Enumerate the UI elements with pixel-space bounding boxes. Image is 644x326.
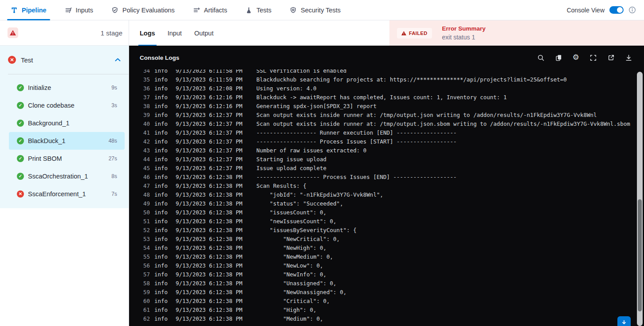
- log-line-number: 46: [142, 174, 150, 180]
- log-level: info: [154, 280, 171, 287]
- log-timestamp: 9/13/2023 6:12:16 PM: [176, 94, 252, 101]
- log-timestamp: 9/13/2023 6:12:37 PM: [176, 120, 252, 127]
- log-level: info: [154, 209, 171, 216]
- scrollbar-track[interactable]: [637, 72, 643, 326]
- tab-tests[interactable]: Tests: [245, 0, 271, 20]
- log-line: 50 info 9/13/2023 6:12:38 PM "issuesCoun…: [129, 208, 644, 217]
- log-timestamp: 9/13/2023 6:11:59 PM: [176, 76, 252, 83]
- tab-artifacts[interactable]: Artifacts: [193, 0, 227, 20]
- inputs-icon: [65, 7, 72, 14]
- log-line-number: 60: [142, 298, 150, 304]
- log-timestamp: 9/13/2023 6:12:37 PM: [176, 165, 252, 171]
- error-summary-panel: FAILED Error Summary exit status 1: [389, 20, 644, 46]
- step-name: Print SBOM: [28, 155, 105, 162]
- stage-header-test[interactable]: Test: [0, 46, 129, 74]
- copy-icon[interactable]: [555, 54, 562, 62]
- chevron-up-icon[interactable]: [115, 58, 121, 62]
- step-status-icon: [17, 120, 24, 127]
- console-view-toggle[interactable]: [609, 6, 624, 14]
- log-timestamp: 9/13/2023 6:12:38 PM: [176, 262, 252, 269]
- tab-inputs[interactable]: Inputs: [65, 0, 94, 20]
- topbar-right: Console View: [567, 6, 644, 14]
- log-timestamp: 9/13/2023 6:12:38 PM: [176, 236, 252, 242]
- step-item[interactable]: SscaOrchestration_1 8s: [9, 167, 125, 185]
- step-duration: 8s: [111, 173, 117, 179]
- log-timestamp: 9/13/2023 6:11:58 PM: [176, 70, 252, 74]
- log-timestamp: 9/13/2023 6:12:38 PM: [176, 218, 252, 225]
- step-item[interactable]: BlackDuck_1 48s: [9, 132, 125, 150]
- log-line-number: 34: [142, 70, 150, 74]
- fullscreen-icon[interactable]: [589, 54, 597, 62]
- log-message: "Medium": 0,: [256, 315, 644, 322]
- stage-failed-warning-icon: [8, 27, 18, 38]
- log-level: info: [154, 147, 171, 154]
- step-item[interactable]: Initialize 9s: [9, 79, 125, 97]
- log-level: info: [154, 200, 171, 207]
- log-level: info: [154, 165, 171, 171]
- tab-input[interactable]: Input: [168, 20, 182, 46]
- toggle-knob: [617, 7, 623, 13]
- tab-policy-evaluations[interactable]: Policy Evaluations: [111, 0, 175, 20]
- scroll-to-bottom-button[interactable]: [617, 316, 631, 326]
- log-message: "High": 0,: [256, 307, 644, 313]
- step-status-icon: [17, 173, 24, 180]
- step-name: Background_1: [28, 120, 113, 127]
- log-line: 51 info 9/13/2023 6:12:38 PM "newIssuesC…: [129, 217, 644, 225]
- tests-icon: [245, 7, 252, 14]
- policy-evaluations-icon: [111, 7, 118, 14]
- log-level: info: [154, 103, 171, 109]
- step-item[interactable]: SscaEnforcement_1 7s: [9, 185, 125, 203]
- log-list: 34 info 9/13/2023 6:11:58 PM SSL verific…: [129, 70, 644, 323]
- log-timestamp: 9/13/2023 6:12:37 PM: [176, 138, 252, 145]
- log-level: info: [154, 174, 171, 180]
- log-line-number: 47: [142, 182, 150, 189]
- tab-pipeline[interactable]: Pipeline: [11, 0, 47, 20]
- log-timestamp: 9/13/2023 6:12:38 PM: [176, 271, 252, 278]
- log-line-number: 54: [142, 244, 150, 251]
- log-message: Number of raw issues extracted: 0: [256, 147, 644, 154]
- step-list: Initialize 9s Clone codebase 3s Backgrou…: [0, 74, 129, 203]
- log-line-number: 38: [142, 103, 150, 109]
- tab-label: Tests: [256, 7, 271, 14]
- log-line-number: 53: [142, 236, 150, 242]
- log-level: info: [154, 244, 171, 251]
- tab-output[interactable]: Output: [194, 20, 214, 46]
- log-line-number: 61: [142, 307, 150, 313]
- search-icon[interactable]: [537, 54, 545, 62]
- log-message: ------------------ Process Issues [START…: [256, 138, 644, 145]
- log-level: info: [154, 298, 171, 304]
- tab-label: Artifacts: [204, 7, 227, 14]
- download-icon[interactable]: [625, 54, 632, 62]
- security-tests-icon: [290, 7, 297, 14]
- log-line: 38 info 9/13/2023 6:12:16 PM Generating …: [129, 101, 644, 110]
- console-toolbar: ⚙: [537, 54, 632, 62]
- console-logs-panel: Console Logs ⚙: [129, 46, 644, 326]
- scrollbar-thumb[interactable]: [638, 199, 642, 311]
- tab-logs[interactable]: Logs: [140, 20, 155, 46]
- failed-badge: FAILED: [397, 28, 432, 39]
- tab-label: Pipeline: [22, 7, 47, 14]
- error-summary-message: exit status 1: [442, 34, 486, 41]
- log-line: 37 info 9/13/2023 6:12:16 PM Blackduck -…: [129, 93, 644, 101]
- settings-icon[interactable]: ⚙: [573, 54, 579, 61]
- stage-panel: Test Initialize 9s Clone codebase: [0, 46, 129, 208]
- log-timestamp: 9/13/2023 6:12:37 PM: [176, 156, 252, 163]
- step-name: BlackDuck_1: [28, 137, 105, 144]
- log-viewport: 34 info 9/13/2023 6:11:58 PM SSL verific…: [129, 70, 644, 326]
- log-level: info: [154, 76, 171, 83]
- step-item[interactable]: Background_1: [9, 114, 125, 132]
- open-in-new-icon[interactable]: [607, 54, 615, 62]
- log-line-number: 36: [142, 85, 150, 92]
- failed-badge-label: FAILED: [409, 31, 428, 36]
- step-item[interactable]: Clone codebase 3s: [9, 97, 125, 114]
- log-message: Scan output exists inside runner at: /tm…: [256, 120, 644, 127]
- step-duration: 3s: [111, 102, 117, 109]
- info-icon[interactable]: [628, 6, 636, 14]
- log-line-number: 56: [142, 262, 150, 269]
- log-line: 42 info 9/13/2023 6:12:37 PM -----------…: [129, 137, 644, 146]
- tab-label: Policy Evaluations: [122, 7, 175, 14]
- log-message: SSL verification is enabled: [256, 70, 644, 74]
- step-item[interactable]: Print SBOM 27s: [9, 150, 125, 167]
- tab-security-tests[interactable]: Security Tests: [290, 0, 341, 20]
- step-duration: 9s: [111, 85, 117, 91]
